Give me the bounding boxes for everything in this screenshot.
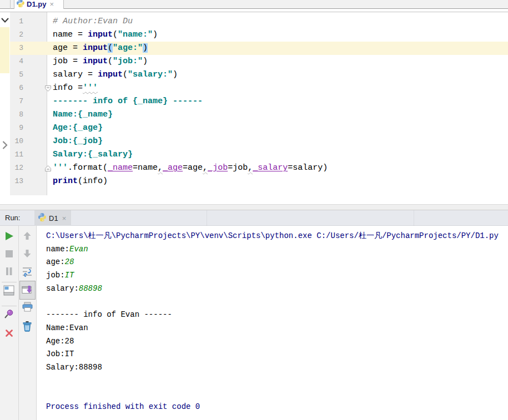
code-token: (info) [78, 176, 108, 186]
run-tab-d1[interactable]: D1 × [34, 210, 71, 226]
run-tab-title: D1 [49, 214, 58, 222]
console-line: Process finished with exit code 0 [46, 400, 508, 413]
code-token: ( [123, 70, 128, 79]
print-button[interactable] [22, 302, 33, 314]
line-number: 8 [10, 108, 23, 122]
code-token: ) [143, 57, 148, 66]
code-line: 11Salary:{_salary} [0, 148, 508, 161]
line-number: 5 [10, 68, 23, 82]
toolbar-separator [2, 306, 17, 306]
code-text: '''.format(_name=name,_age=age,_job=job,… [53, 161, 328, 175]
console-line: Name:Evan [46, 321, 508, 335]
console-token: Age:28 [46, 337, 74, 346]
editor-tab-title: D1.py [27, 0, 46, 8]
console-token: age: [46, 257, 65, 266]
editor-tab-d1py[interactable]: D1.py × [14, 0, 64, 9]
console-token: Job:IT [46, 350, 74, 358]
code-token: Job:{_job} [53, 136, 103, 146]
fold-start-icon[interactable] [44, 84, 52, 94]
up-stack-trace-button[interactable] [23, 231, 31, 242]
code-text: # Author:Evan Du [53, 15, 133, 28]
console-token: job: [46, 271, 65, 280]
code-text: Age:{_age} [53, 122, 103, 135]
line-number: 4 [10, 55, 23, 68]
code-token: =job [228, 163, 248, 173]
python-run-icon [38, 213, 46, 224]
console-token: C:\Users\杜一凡\PycharmProjects\PY\venv\Scr… [46, 231, 499, 240]
line-number: 12 [10, 161, 23, 175]
pycharm-window: D1.py × 1# Author:Evan Du2name = input("… [0, 0, 508, 420]
code-token: "job:" [113, 57, 143, 66]
line-number: 9 [10, 122, 23, 135]
code-token: _age [163, 163, 183, 173]
editor-console-splitter[interactable] [0, 204, 508, 210]
console-token: ------- info of Evan ------ [46, 310, 172, 319]
console-line: job:IT [46, 269, 508, 282]
code-token: =age [183, 163, 203, 173]
run-console-region: C:\Users\杜一凡\PycharmProjects\PY\venv\Scr… [0, 226, 508, 420]
python-file-icon [16, 0, 24, 9]
run-label: Run: [5, 210, 20, 226]
console-line: ------- info of Evan ------ [46, 308, 508, 321]
down-stack-trace-button[interactable] [23, 249, 31, 260]
code-token: name = [53, 30, 88, 39]
code-line: 6info =''' [0, 82, 508, 95]
console-line [46, 374, 508, 387]
header-segment-divider [414, 210, 414, 226]
code-line: 13print(info) [0, 175, 508, 188]
code-token: ( [108, 57, 113, 66]
console-line: name:Evan [46, 242, 508, 256]
code-token: # Author:Evan Du [53, 17, 133, 26]
editor-tabbar: D1.py × [0, 0, 508, 9]
console-output[interactable]: C:\Users\杜一凡\PycharmProjects\PY\venv\Scr… [37, 226, 508, 420]
code-token: , [248, 163, 253, 173]
code-token: _salary [253, 163, 288, 173]
code-token: input [83, 57, 108, 66]
code-line: 5salary = input("salary:") [0, 68, 508, 82]
console-token: salary: [46, 284, 79, 293]
code-token: "age:" [113, 43, 143, 53]
code-token: =name [133, 163, 158, 173]
run-tab-close-icon[interactable]: × [61, 214, 67, 222]
line-number: 3 [10, 42, 23, 55]
line-number: 2 [10, 28, 23, 42]
rerun-button[interactable] [4, 231, 14, 243]
console-line: C:\Users\杜一凡\PycharmProjects\PY\venv\Scr… [46, 229, 508, 242]
code-line: 1# Author:Evan Du [0, 15, 508, 28]
clear-all-button[interactable] [23, 321, 32, 334]
code-token: , [203, 163, 208, 173]
console-token: 28 [65, 257, 74, 266]
line-number: 13 [10, 175, 23, 188]
console-token: Name:Evan [46, 323, 88, 332]
code-token: print [53, 176, 78, 186]
toolbar-divider [18, 226, 19, 420]
pin-button[interactable] [4, 309, 14, 321]
stop-button[interactable] [5, 250, 13, 260]
code-text: Job:{_job} [53, 135, 103, 148]
soft-wrap-button[interactable] [22, 266, 33, 279]
console-token: Salary:88898 [46, 363, 102, 372]
scroll-to-end-button[interactable] [22, 285, 34, 298]
code-text: info =''' [53, 82, 98, 95]
line-number: 6 [10, 82, 23, 95]
code-editor[interactable]: 1# Author:Evan Du2name = input("name:")3… [0, 12, 508, 204]
restore-layout-button[interactable] [3, 285, 15, 298]
run-toolbar [0, 226, 37, 420]
run-toolwindow-header: Run: D1 × [0, 210, 508, 226]
code-token: job = [53, 57, 83, 66]
pause-button[interactable] [4, 267, 13, 278]
code-token: ) [143, 43, 148, 53]
close-button[interactable] [5, 329, 13, 340]
fold-end-icon[interactable] [44, 164, 52, 174]
line-number: 7 [10, 95, 23, 108]
console-token: Evan [69, 245, 88, 254]
code-token: "name:" [118, 30, 153, 39]
line-number: 11 [10, 148, 23, 161]
code-line: 12'''.format(_name=name,_age=age,_job=jo… [0, 161, 508, 175]
code-token: ''' [53, 163, 68, 173]
editor-tab-close-icon[interactable]: × [48, 0, 54, 8]
code-line: 3age = input("age:") [0, 42, 508, 55]
code-token: ( [113, 30, 118, 39]
code-text: print(info) [53, 175, 108, 188]
toolbar-separator [2, 282, 17, 282]
